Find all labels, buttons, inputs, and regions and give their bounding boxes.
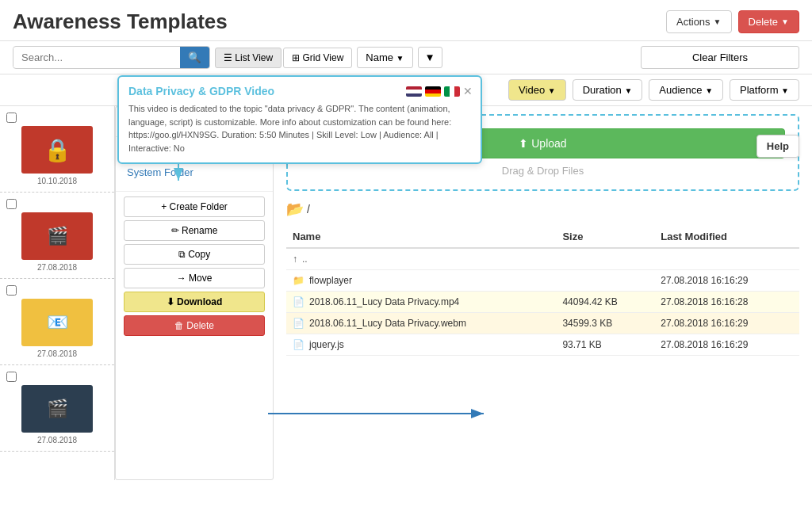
- folder-actions: + Create Folder ✏ Rename ⧉ Copy → Move ⬇…: [116, 191, 273, 341]
- table-row[interactable]: ↑ ..: [286, 248, 799, 270]
- list-item[interactable]: 🎬 27.08.2018: [0, 365, 114, 452]
- file-size-cell: [556, 248, 654, 270]
- file-size-cell: 93.71 KB: [556, 334, 654, 356]
- actions-label: Actions: [676, 16, 710, 28]
- table-row[interactable]: 📄 2018.06.11_Lucy Data Privacy.webm 3459…: [286, 313, 799, 334]
- folder-name: flowplayer: [309, 275, 352, 286]
- search-button[interactable]: 🔍: [180, 47, 209, 68]
- file-name-cell: 📄 2018.06.11_Lucy Data Privacy.mp4: [286, 292, 556, 313]
- file-icon: 📄: [293, 318, 304, 329]
- tooltip-flags: ✕: [406, 85, 473, 97]
- template-thumbnail-1: 🔒: [21, 126, 93, 174]
- search-input[interactable]: [13, 48, 180, 67]
- name-sort-caret-icon: ▼: [396, 54, 404, 63]
- list-view-button[interactable]: ☰ List View: [215, 48, 282, 68]
- system-folder-label: System Folder: [127, 166, 193, 178]
- help-label: Help: [767, 140, 789, 152]
- list-item[interactable]: 📧 27.08.2018: [0, 279, 114, 365]
- template-date-4: 27.08.2018: [37, 436, 77, 444]
- list-view-icon: ☰: [224, 52, 232, 63]
- file-name: 2018.06.11_Lucy Data Privacy.mp4: [309, 296, 459, 307]
- video-caret-icon: ▼: [548, 86, 556, 95]
- move-button[interactable]: → Move: [124, 268, 265, 288]
- delete-button[interactable]: Delete ▼: [738, 10, 799, 33]
- file-modified-cell: [654, 248, 799, 270]
- create-folder-button[interactable]: + Create Folder: [124, 196, 265, 217]
- file-modified-cell: 27.08.2018 16:16:28: [654, 292, 799, 313]
- file-name: jquery.js: [309, 339, 344, 350]
- audience-filter-button[interactable]: Audience ▼: [649, 79, 723, 101]
- clear-filters-button[interactable]: Clear Filters: [641, 46, 799, 69]
- page-title: Awareness Templates: [13, 10, 228, 34]
- platform-caret-icon: ▼: [781, 86, 789, 95]
- delete-caret-icon: ▼: [781, 17, 789, 26]
- copy-button[interactable]: ⧉ Copy: [124, 244, 265, 265]
- file-modified-cell: 27.08.2018 16:16:29: [654, 270, 799, 292]
- size-column-header: Size: [556, 226, 654, 248]
- file-size-cell: 44094.42 KB: [556, 292, 654, 313]
- drag-drop-text: Drag & Drop Files: [502, 165, 584, 177]
- filter-toggle-icon: ▼: [425, 52, 435, 63]
- list-item[interactable]: 🎬 27.08.2018: [0, 193, 114, 279]
- file-icon: 📄: [293, 296, 304, 307]
- folder-delete-button[interactable]: 🗑 Delete: [124, 315, 265, 336]
- breadcrumb: 📂 /: [286, 200, 799, 218]
- table-row[interactable]: 📁 flowplayer 27.08.2018 16:16:29: [286, 270, 799, 292]
- create-folder-label: + Create Folder: [161, 201, 228, 212]
- duration-filter-label: Duration: [583, 84, 622, 96]
- file-modified-cell: 27.08.2018 16:16:29: [654, 313, 799, 334]
- item-checkbox-4[interactable]: [6, 372, 17, 382]
- file-name-cell: 📄 2018.06.11_Lucy Data Privacy.webm: [286, 313, 556, 334]
- audience-caret-icon: ▼: [705, 86, 713, 95]
- video-filter-label: Video: [519, 84, 545, 96]
- list-item[interactable]: 🔒 10.10.2018: [0, 106, 114, 193]
- grid-view-button[interactable]: ⊞ Grid View: [283, 48, 352, 68]
- folder-icon-small: 📁: [293, 275, 304, 286]
- item-checkbox-2[interactable]: [6, 199, 17, 209]
- search-wrap: 🔍: [13, 46, 210, 69]
- name-sort-label: Name: [366, 52, 393, 63]
- grid-view-label: Grid View: [303, 52, 344, 63]
- template-list: 🔒 10.10.2018 🎬 27.08.2018 📧 27.08.2018: [0, 106, 115, 480]
- template-date-3: 27.08.2018: [37, 349, 77, 358]
- duration-filter-button[interactable]: Duration ▼: [573, 79, 643, 101]
- upload-label: ⬆ Upload: [519, 137, 566, 150]
- rename-button[interactable]: ✏ Rename: [124, 220, 265, 241]
- platform-filter-button[interactable]: Platform ▼: [730, 79, 799, 101]
- template-date-1: 10.10.2018: [37, 177, 77, 185]
- actions-button[interactable]: Actions ▼: [666, 10, 732, 33]
- flag-us-icon: [406, 86, 422, 97]
- name-sort-button[interactable]: Name ▼: [357, 47, 412, 68]
- actions-caret-icon: ▼: [714, 17, 722, 26]
- download-button[interactable]: ⬇ Download: [124, 292, 265, 312]
- item-checkbox-3[interactable]: [6, 285, 17, 296]
- table-row[interactable]: 📄 2018.06.11_Lucy Data Privacy.mp4 44094…: [286, 292, 799, 313]
- delete-label: Delete: [749, 16, 779, 28]
- tooltip-close-button[interactable]: ✕: [463, 85, 473, 97]
- system-folder-item[interactable]: System Folder: [127, 163, 262, 181]
- audience-filter-label: Audience: [659, 84, 702, 96]
- folder-icon: 📂: [286, 200, 304, 218]
- page-header: Awareness Templates Actions ▼ Delete ▼: [0, 0, 812, 40]
- duration-caret-icon: ▼: [624, 86, 632, 95]
- file-name-cell: ↑ ..: [286, 248, 556, 270]
- file-name-cell: 📄 jquery.js: [286, 334, 556, 356]
- template-thumbnail-2: 🎬: [21, 212, 93, 260]
- video-filter-button[interactable]: Video ▼: [508, 79, 566, 101]
- file-name: 2018.06.11_Lucy Data Privacy.webm: [309, 318, 466, 329]
- view-buttons: ☰ List View ⊞ Grid View: [215, 48, 352, 68]
- grid-view-icon: ⊞: [292, 52, 300, 63]
- copy-label: ⧉ Copy: [178, 249, 210, 260]
- file-icon: 📄: [293, 339, 304, 350]
- file-table: Name Size Last Modified ↑ ..: [286, 226, 799, 356]
- tooltip-description: This video is dedicated to the topic "da…: [128, 102, 471, 154]
- header-actions: Actions ▼ Delete ▼: [666, 10, 799, 33]
- move-label: → Move: [177, 273, 213, 284]
- filter-toggle-button[interactable]: ▼: [418, 47, 442, 68]
- up-label: ..: [302, 254, 308, 265]
- file-size-cell: 34599.3 KB: [556, 313, 654, 334]
- list-view-label: List View: [235, 52, 273, 63]
- template-thumbnail-4: 🎬: [21, 385, 93, 433]
- item-checkbox-1[interactable]: [6, 113, 17, 123]
- table-row[interactable]: 📄 jquery.js 93.71 KB 27.08.2018 16:16:29: [286, 334, 799, 356]
